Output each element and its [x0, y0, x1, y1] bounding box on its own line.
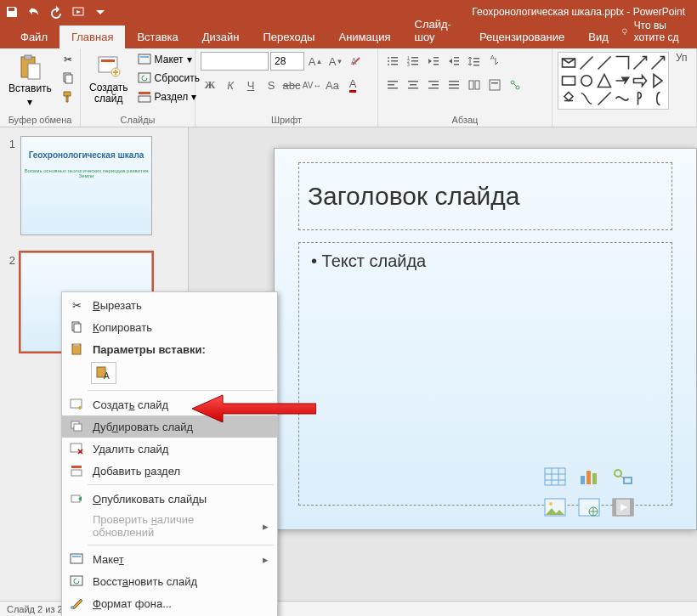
italic-button[interactable]: К — [221, 76, 240, 94]
svg-rect-31 — [454, 57, 459, 59]
ctx-paste-options: A — [62, 360, 277, 387]
tab-review[interactable]: Рецензирование — [468, 25, 576, 48]
font-size-input[interactable] — [270, 52, 304, 71]
section-button[interactable]: Раздел ▾ — [135, 89, 202, 105]
insert-picture-icon[interactable] — [541, 494, 570, 520]
svg-rect-75 — [74, 343, 79, 346]
new-slide-icon — [95, 54, 122, 81]
reset-icon — [138, 71, 151, 85]
insert-table-icon[interactable] — [541, 464, 570, 489]
redo-icon[interactable] — [49, 5, 63, 19]
thumb1-subtitle: Восемь основных геологических периодов р… — [21, 160, 151, 178]
underline-button[interactable]: Ч — [241, 76, 260, 94]
ctx-restore-slide[interactable]: Восстановить слайд — [62, 570, 277, 592]
svg-rect-29 — [434, 60, 439, 62]
status-slide-indicator: Слайд 2 из 2 — [7, 604, 63, 614]
layout-icon — [69, 551, 84, 567]
svg-rect-49 — [449, 88, 459, 89]
tab-design[interactable]: Дизайн — [190, 25, 252, 48]
increase-font-button[interactable]: A▲ — [306, 52, 325, 71]
font-color-button[interactable]: A — [343, 76, 362, 94]
insert-video-icon[interactable] — [609, 494, 638, 520]
justify-button[interactable] — [445, 76, 463, 94]
tab-animation[interactable]: Анимация — [326, 25, 402, 48]
new-slide-button[interactable]: Создать слайд — [86, 52, 132, 106]
group-paragraph: 123 A Абзац — [378, 48, 552, 127]
ctx-format-background[interactable]: Формат фона... — [62, 592, 277, 614]
thumb-number: 2 — [3, 252, 15, 352]
title-placeholder[interactable]: Заголовок слайда — [298, 162, 672, 230]
svg-rect-48 — [449, 84, 459, 86]
tab-slideshow[interactable]: Слайд-шоу — [403, 13, 468, 48]
bullets-button[interactable] — [383, 52, 402, 71]
qat-customize-icon[interactable] — [94, 5, 107, 19]
smartart-button[interactable] — [506, 76, 524, 94]
svg-rect-41 — [408, 81, 418, 82]
bold-button[interactable]: Ж — [201, 76, 219, 94]
copy-button[interactable] — [59, 71, 77, 86]
align-left-button[interactable] — [383, 76, 402, 94]
numbering-button[interactable]: 123 — [404, 52, 422, 71]
tab-transitions[interactable]: Переходы — [251, 25, 326, 48]
decrease-font-button[interactable]: A▼ — [326, 52, 345, 71]
align-text-button[interactable] — [485, 76, 504, 94]
insert-chart-icon[interactable] — [575, 464, 604, 489]
paste-label: Вставить — [8, 82, 52, 94]
body-placeholder[interactable]: Текст слайда — [298, 242, 672, 506]
start-from-beginning-icon[interactable] — [71, 5, 85, 19]
tab-view[interactable]: Вид — [576, 25, 620, 48]
group-shapes: Уп — [552, 48, 697, 127]
tell-me-search[interactable]: Что вы хотите сд — [620, 20, 697, 48]
shapes-gallery[interactable] — [558, 52, 669, 110]
ctx-copy[interactable]: Копировать — [62, 316, 277, 338]
save-icon[interactable] — [5, 5, 19, 19]
slide-thumbnail-1[interactable]: Геохронологическая шкала Восемь основных… — [20, 136, 152, 235]
decrease-indent-button[interactable] — [424, 52, 443, 71]
paste-button[interactable]: Вставить ▾ — [5, 52, 55, 110]
svg-point-1 — [622, 29, 626, 33]
ctx-publish-slides[interactable]: Опубликовать слайды — [62, 488, 277, 510]
paste-keep-formatting-button[interactable]: A — [91, 362, 116, 384]
svg-rect-44 — [428, 81, 439, 82]
document-title: Геохронологическая шкала.pptx - PowerPoi… — [107, 6, 692, 18]
section-icon — [69, 463, 84, 478]
ctx-layout[interactable]: Макет▸ — [62, 548, 277, 570]
tab-insert[interactable]: Вставка — [125, 25, 190, 48]
tab-home[interactable]: Главная — [60, 25, 125, 48]
layout-button[interactable]: Макет ▾ — [135, 52, 202, 67]
paste-icon — [16, 54, 43, 81]
insert-online-picture-icon[interactable] — [575, 494, 604, 520]
insert-smartart-icon[interactable] — [609, 464, 638, 489]
columns-button[interactable] — [465, 76, 484, 94]
svg-point-55 — [516, 86, 519, 89]
new-slide-label: Создать слайд — [89, 82, 128, 105]
svg-rect-34 — [473, 58, 479, 59]
new-slide-icon — [69, 397, 84, 412]
svg-point-63 — [615, 470, 621, 477]
tab-file[interactable]: Файл — [8, 25, 60, 48]
svg-rect-8 — [101, 59, 115, 62]
align-right-button[interactable] — [424, 76, 443, 94]
cut-button[interactable]: ✂ — [59, 52, 77, 67]
text-direction-button[interactable]: A — [485, 52, 504, 71]
undo-icon[interactable] — [27, 5, 41, 19]
change-case-button[interactable]: Aa — [323, 76, 342, 94]
ctx-delete-slide[interactable]: Удалить слайд — [62, 438, 277, 460]
svg-point-58 — [581, 76, 592, 87]
align-center-button[interactable] — [404, 76, 422, 94]
format-painter-button[interactable] — [59, 89, 77, 105]
char-spacing-button[interactable]: AV↔ — [303, 76, 321, 94]
font-name-input[interactable] — [201, 52, 269, 71]
increase-indent-button[interactable] — [445, 52, 463, 71]
slide-canvas[interactable]: Заголовок слайда Текст слайда — [274, 148, 697, 530]
ctx-cut[interactable]: ✂Вырезать — [62, 294, 277, 316]
strikethrough-button[interactable]: abc — [282, 76, 301, 94]
svg-rect-51 — [475, 81, 479, 89]
ctx-add-section[interactable]: Добавить раздел — [62, 460, 277, 482]
reset-button[interactable]: Сбросить — [135, 71, 202, 86]
shadow-button[interactable]: S — [262, 76, 280, 94]
group-label-font: Шрифт — [201, 114, 372, 126]
line-spacing-button[interactable] — [465, 52, 484, 71]
bulb-icon — [620, 25, 629, 37]
clear-formatting-button[interactable]: A — [347, 52, 366, 71]
